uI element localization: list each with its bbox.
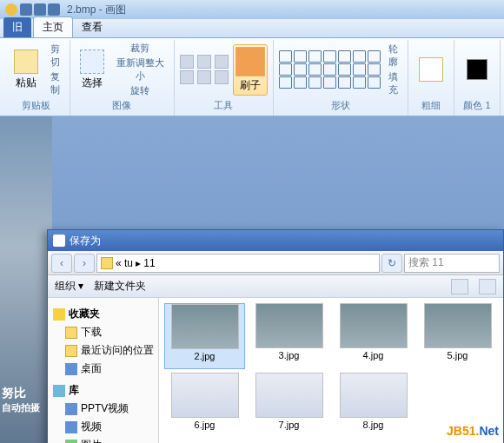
new-folder-button[interactable]: 新建文件夹: [94, 279, 146, 294]
star-icon: [53, 308, 65, 321]
video-icon: [65, 421, 77, 433]
nav-tree[interactable]: 收藏夹 下载 最近访问的位置 桌面 库 PPTV视频 视频 图片 文档 迅雷下载…: [48, 298, 159, 443]
group-shapes: 轮廓 填充 形状: [274, 40, 408, 116]
file-item[interactable]: 6.jpg: [164, 373, 245, 439]
cut-button[interactable]: 剪切: [45, 43, 64, 69]
select-icon: [80, 50, 104, 74]
app-titlebar: 2.bmp - 画图: [0, 0, 504, 19]
group-image: 选择 裁剪 重新调整大小 旋转 图像: [70, 40, 175, 116]
dialog-titlebar[interactable]: 保存为: [48, 230, 503, 251]
thumbnail: [424, 303, 492, 348]
file-item[interactable]: 5.jpg: [417, 303, 498, 369]
shape-gallery[interactable]: [279, 50, 381, 89]
dialog-title: 保存为: [70, 234, 101, 248]
quick-access[interactable]: [20, 3, 60, 16]
resize-button[interactable]: 重新调整大小: [112, 56, 169, 83]
pptv-icon: [65, 403, 77, 415]
pictures-icon: [65, 440, 77, 444]
brush-icon: [235, 47, 265, 76]
thumbnail: [171, 373, 239, 418]
picker-icon[interactable]: [197, 70, 211, 84]
file-item[interactable]: 4.jpg: [333, 303, 414, 369]
zoom-icon[interactable]: [215, 70, 229, 84]
eraser-icon[interactable]: [180, 70, 194, 84]
color1-button[interactable]: [460, 59, 494, 80]
group-clipboard: 粘贴 剪切 复制 剪贴板: [3, 40, 70, 116]
watermark: 努比 自动拍摄: [2, 386, 40, 414]
organize-menu[interactable]: 组织 ▾: [55, 279, 83, 294]
thumbnail: [171, 304, 239, 349]
brush-button[interactable]: 刷子: [233, 44, 268, 96]
recent-icon: [65, 345, 77, 357]
file-item[interactable]: 3.jpg: [249, 303, 329, 369]
crop-button[interactable]: 裁剪: [112, 42, 169, 55]
save-as-dialog: 保存为 ‹ › « tu ▸ 11 ↻ 搜索 11 组织 ▾ 新建文件夹 收藏夹…: [47, 229, 504, 443]
fill-icon[interactable]: [197, 55, 211, 69]
view-button[interactable]: [451, 279, 468, 294]
outline-button[interactable]: 轮廓: [384, 43, 402, 69]
group-tools: 刷子 工具: [175, 40, 274, 116]
group-line: 粗细: [408, 40, 454, 116]
text-icon[interactable]: [215, 55, 229, 69]
qa-save-icon[interactable]: [20, 3, 32, 16]
thumbnail: [255, 303, 323, 348]
watermark-jb51: JB51.Net: [447, 424, 499, 438]
breadcrumb[interactable]: « tu ▸ 11: [96, 254, 380, 273]
file-item[interactable]: 2.jpg: [164, 303, 245, 369]
window-title: 2.bmp - 画图: [67, 3, 126, 17]
copy-button[interactable]: 复制: [45, 70, 64, 96]
tab-view[interactable]: 查看: [73, 17, 111, 37]
paste-button[interactable]: 粘贴: [9, 50, 43, 90]
ribbon: 粘贴 剪切 复制 剪贴板 选择 裁剪 重新调整大小 旋转 图像 刷子 工具: [0, 38, 504, 116]
paste-icon: [14, 50, 38, 74]
qa-redo-icon[interactable]: [48, 3, 60, 16]
tab-home[interactable]: 主页: [33, 17, 73, 37]
tool-grid[interactable]: [180, 55, 230, 84]
thumbnail: [340, 373, 408, 418]
library-icon: [53, 385, 65, 397]
refresh-button[interactable]: ↻: [381, 254, 402, 273]
rotate-button[interactable]: 旋转: [112, 84, 169, 97]
fill-button[interactable]: 填充: [384, 70, 402, 96]
desktop-icon: [65, 363, 77, 375]
qa-undo-icon[interactable]: [34, 3, 46, 16]
nav-bar: ‹ › « tu ▸ 11 ↻ 搜索 11: [48, 251, 503, 275]
download-icon: [65, 327, 77, 339]
color-swatch: [467, 59, 487, 80]
group-colors: 颜色 1: [454, 40, 501, 116]
line-icon: [419, 57, 443, 82]
ribbon-tabs: 旧 主页 查看: [0, 19, 504, 38]
folder-icon: [101, 257, 113, 269]
dialog-icon: [53, 235, 65, 247]
file-list[interactable]: 2.jpg 3.jpg 4.jpg 5.jpg 6.jpg 7.jpg 8.jp…: [159, 298, 503, 443]
pencil-icon[interactable]: [180, 55, 194, 69]
dialog-toolbar: 组织 ▾ 新建文件夹: [48, 275, 503, 298]
thumbnail: [340, 303, 408, 348]
forward-button[interactable]: ›: [74, 254, 95, 273]
file-item[interactable]: 7.jpg: [249, 373, 329, 439]
canvas-area: 努比 自动拍摄 保存为 ‹ › « tu ▸ 11 ↻ 搜索 11 组织 ▾ 新…: [0, 116, 504, 443]
thumbnail: [255, 373, 323, 418]
help-button[interactable]: [479, 279, 496, 294]
line-width-button[interactable]: [414, 57, 448, 82]
file-menu[interactable]: 旧: [3, 17, 31, 37]
search-input[interactable]: 搜索 11: [404, 254, 500, 273]
back-button[interactable]: ‹: [51, 254, 72, 273]
app-icon: [5, 3, 17, 16]
file-item[interactable]: 8.jpg: [333, 373, 414, 439]
select-button[interactable]: 选择: [76, 50, 109, 90]
group-label: 剪贴板: [9, 97, 64, 114]
